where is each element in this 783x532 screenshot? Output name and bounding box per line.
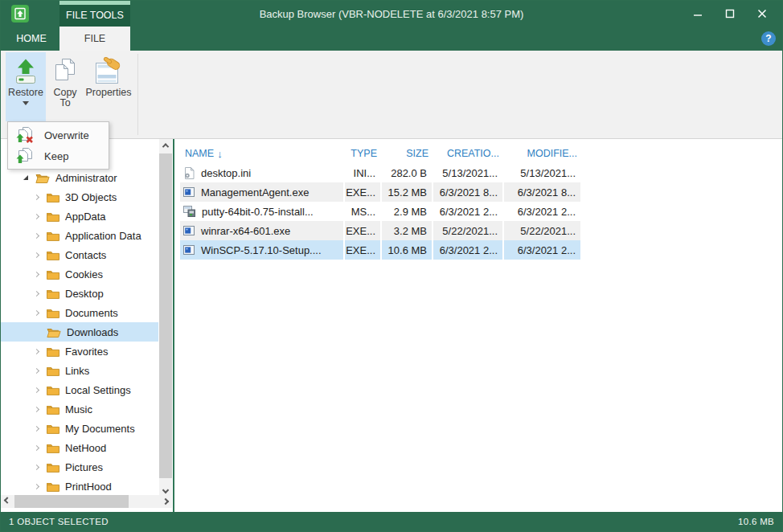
tree-collapsed-icon[interactable] (35, 350, 47, 354)
maximize-button[interactable] (719, 5, 740, 23)
tree-item-my-documents[interactable]: My Documents (1, 419, 158, 438)
msi-file-icon (183, 206, 195, 217)
column-header-size[interactable]: SIZE (382, 148, 433, 159)
collapsed-chevron-icon (34, 232, 39, 238)
menu-item-keep[interactable]: Keep (8, 145, 109, 166)
chevron-down-icon (162, 487, 169, 493)
tree-collapsed-icon[interactable] (35, 407, 47, 411)
file-created-cell: 5/22/2021... (433, 221, 504, 240)
tree-horizontal-scrollbar[interactable] (1, 495, 172, 508)
tree-collapsed-icon[interactable] (35, 215, 47, 219)
tree-collapsed-icon[interactable] (35, 292, 47, 296)
tree-item-pictures[interactable]: Pictures (1, 457, 158, 477)
collapsed-chevron-icon (34, 406, 39, 411)
column-header-label: NAME (185, 148, 214, 159)
column-header-name[interactable]: NAME↓ (180, 148, 345, 160)
tree-collapsed-icon[interactable] (35, 446, 47, 450)
tree-item-label: Documents (65, 307, 118, 319)
column-header-modifie[interactable]: MODIFIE... (504, 148, 582, 159)
scroll-up-button[interactable] (159, 139, 172, 152)
tree-collapsed-icon[interactable] (35, 272, 47, 276)
tree-item-documents[interactable]: Documents (1, 303, 158, 322)
file-row-putty-64bit-0-75-install[interactable]: putty-64bit-0.75-install...MS...2.9 MB6/… (174, 202, 582, 221)
properties-button[interactable]: Properties (83, 52, 134, 121)
exe-file-icon (183, 245, 195, 255)
tree-item-local-settings[interactable]: Local Settings (1, 380, 158, 399)
minimize-button[interactable] (687, 5, 708, 23)
tab-home[interactable]: HOME (6, 27, 57, 51)
ini-file-icon (183, 167, 195, 179)
chevron-right-icon (162, 498, 169, 505)
tree-collapsed-icon[interactable] (35, 234, 47, 238)
vertical-scroll-thumb[interactable] (159, 153, 172, 478)
tree-item-favorites[interactable]: Favorites (1, 342, 158, 361)
tree-collapsed-icon[interactable] (35, 253, 47, 257)
tree-item-label: 3D Objects (65, 191, 117, 203)
file-size-cell: 282.0 B (382, 163, 433, 182)
contextual-tab-group: FILE TOOLS (59, 1, 130, 27)
tree-item-cookies[interactable]: Cookies (1, 264, 158, 284)
file-size-cell: 2.9 MB (382, 202, 433, 221)
file-size-cell: 15.2 MB (382, 182, 433, 202)
ribbon-group-divider (137, 54, 138, 135)
help-icon[interactable]: ? (761, 31, 776, 46)
file-created-cell: 5/13/2021... (433, 163, 504, 182)
tree-item-label: Downloads (67, 326, 118, 338)
tree-item-appdata[interactable]: AppData (1, 207, 158, 226)
tree-collapsed-icon[interactable] (35, 427, 47, 431)
restore-icon (11, 56, 40, 87)
tree-item-music[interactable]: Music (1, 399, 158, 419)
window-controls (687, 5, 782, 23)
collapsed-chevron-icon (34, 425, 39, 431)
close-button[interactable] (752, 5, 773, 23)
folder-icon (47, 481, 59, 492)
status-bar: 1 OBJECT SELECTED 10.6 MB (1, 512, 782, 531)
column-header-creatio[interactable]: CREATIO... (433, 148, 504, 159)
collapsed-chevron-icon (34, 348, 39, 354)
tree-item-downloads[interactable]: Downloads (1, 322, 158, 342)
restore-button[interactable]: Restore (6, 52, 46, 121)
tree-item-desktop[interactable]: Desktop (1, 284, 158, 303)
menu-item-label: Keep (44, 150, 68, 162)
file-row-winscp-5-17-10-setup[interactable]: WinSCP-5.17.10-Setup....EXE...10.6 MB6/3… (174, 240, 582, 260)
tree-collapsed-icon[interactable] (35, 465, 47, 469)
column-header-type[interactable]: TYPE (345, 148, 382, 159)
tree-item-nethood[interactable]: NetHood (1, 438, 158, 457)
collapsed-chevron-icon (34, 387, 39, 392)
app-icon (11, 5, 29, 23)
file-row-managementagent-exe[interactable]: ManagementAgent.exeEXE...15.2 MB6/3/2021… (174, 182, 582, 202)
menu-item-overwrite[interactable]: Overwrite (8, 125, 109, 145)
scroll-right-button[interactable] (159, 495, 172, 508)
horizontal-scroll-thumb[interactable] (14, 495, 129, 508)
collapsed-chevron-icon (34, 367, 39, 373)
tree-item-3d-objects[interactable]: 3D Objects (1, 187, 158, 207)
copy-to-button[interactable]: Copy To (48, 52, 82, 121)
tree-item-application-data[interactable]: Application Data (1, 226, 158, 245)
tree-collapsed-icon[interactable] (35, 485, 47, 489)
tree-item-links[interactable]: Links (1, 361, 158, 380)
file-name-label: putty-64bit-0.75-install... (202, 206, 314, 218)
collapsed-chevron-icon (34, 483, 39, 489)
tree-collapsed-icon[interactable] (35, 195, 47, 199)
tree-item-printhood[interactable]: PrintHood (1, 477, 158, 496)
column-header-label: TYPE (351, 148, 377, 159)
tree-item-label: Contacts (65, 249, 106, 261)
tree-collapsed-icon[interactable] (35, 388, 47, 392)
folder-open-icon (47, 327, 61, 338)
scroll-left-button[interactable] (1, 495, 14, 508)
file-name-label: desktop.ini (201, 167, 251, 179)
tree-item-label: AppData (65, 211, 106, 223)
file-row-winrar-x64-601-exe[interactable]: winrar-x64-601.exeEXE...3.2 MB5/22/2021.… (174, 221, 582, 240)
tree-item-contacts[interactable]: Contacts (1, 245, 158, 264)
tree-expanded-icon[interactable] (23, 175, 35, 180)
sort-descending-icon: ↓ (217, 148, 223, 160)
collapsed-chevron-icon (34, 464, 39, 469)
file-modified-cell: 6/3/2021 8... (504, 182, 582, 202)
tree-vertical-scrollbar[interactable] (159, 139, 172, 497)
tree-collapsed-icon[interactable] (35, 311, 47, 315)
restore-keep-icon (15, 147, 35, 165)
tab-file[interactable]: FILE (59, 27, 130, 51)
file-row-desktop-ini[interactable]: desktop.iniINI...282.0 B5/13/2021...5/13… (174, 163, 582, 182)
tree-collapsed-icon[interactable] (35, 369, 47, 373)
tree-item-administrator[interactable]: Administrator (1, 168, 158, 187)
